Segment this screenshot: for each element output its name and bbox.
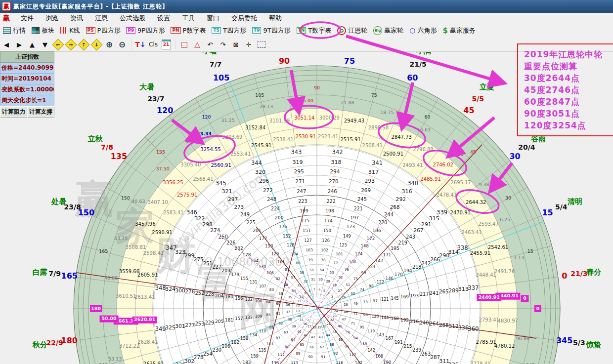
peak-down-icon[interactable]: ▼ xyxy=(39,39,51,50)
svg-text:3203.69: 3203.69 xyxy=(222,134,242,140)
gann-wheel-label: 江恩轮 xyxy=(348,26,367,35)
svg-text:15: 15 xyxy=(542,208,553,217)
kline-button[interactable]: K线 xyxy=(57,25,83,37)
svg-text:3457.96: 3457.96 xyxy=(135,221,155,227)
9t-square-label: 9T四方形 xyxy=(263,26,290,35)
marquee-icon[interactable] xyxy=(256,39,267,50)
svg-text:23: 23 xyxy=(333,314,337,318)
t-square-button[interactable]: TST四方形 xyxy=(209,25,249,37)
svg-text:142: 142 xyxy=(368,348,375,353)
cls-button[interactable]: Cls xyxy=(147,39,159,50)
svg-text:39: 39 xyxy=(292,324,296,328)
calc-resistance-button[interactable]: 计算阻力 xyxy=(0,106,27,118)
calendar-icon[interactable]: 21 xyxy=(160,39,172,50)
svg-text:93: 93 xyxy=(345,345,350,349)
pan-right-icon[interactable]: → xyxy=(65,39,77,50)
gann-wheel-button[interactable]: 江恩轮 xyxy=(334,25,370,37)
menu-item[interactable]: 浏览 xyxy=(40,14,64,23)
menu-item[interactable]: 帮助 xyxy=(263,14,288,23)
svg-text:90: 90 xyxy=(314,85,320,90)
svg-text:135: 135 xyxy=(111,152,127,161)
square-tool-icon[interactable]: □ xyxy=(178,39,190,50)
svg-text:169: 169 xyxy=(400,294,409,299)
svg-text:225: 225 xyxy=(247,220,256,225)
menu-item[interactable]: 资讯 xyxy=(64,14,89,23)
svg-text:2785.91: 2785.91 xyxy=(476,339,496,345)
menu-item[interactable]: 窗口 xyxy=(201,14,225,23)
svg-text:147: 147 xyxy=(375,258,383,263)
svg-text:100: 100 xyxy=(349,260,356,264)
svg-text:2575.91: 2575.91 xyxy=(177,192,197,198)
pan-up-icon[interactable]: ↑ xyxy=(78,39,89,50)
menu-item[interactable]: 设置 xyxy=(151,14,176,23)
svg-text:15.63: 15.63 xyxy=(417,127,431,132)
t-number-table-button[interactable]: TNT数字表 xyxy=(294,25,335,37)
rotate-ccw-icon[interactable]: ↶ xyxy=(204,39,216,50)
9p-square-button[interactable]: P99P四方形 xyxy=(123,25,168,37)
calc-support-button[interactable]: 计算支撑 xyxy=(27,106,54,118)
center-cross-icon[interactable]: ✛ xyxy=(243,39,255,50)
svg-text:2500.91: 2500.91 xyxy=(383,151,403,157)
svg-text:277: 277 xyxy=(185,322,195,328)
price-axis-icon[interactable]: T↓ xyxy=(134,39,146,50)
svg-text:2613.41: 2613.41 xyxy=(134,294,155,300)
svg-text:3356.25: 3356.25 xyxy=(163,180,183,185)
annotation-box: 2019年江恩轮中轮重要点位测算30度2644点45度2746点60度2847点… xyxy=(517,43,613,136)
triangle-tool-icon[interactable]: △ xyxy=(191,39,203,50)
toolbar-main: 行情板块K线PSP四方形P99P四方形PNP数字表TST四方形T99T四方形TN… xyxy=(0,23,613,38)
menu-item[interactable]: 江恩 xyxy=(89,14,114,23)
p-square-label: P四方形 xyxy=(97,26,121,35)
delete-box-icon[interactable]: ⊠ xyxy=(230,39,242,50)
svg-text:47: 47 xyxy=(342,318,346,322)
pan-down-icon[interactable]: ↓ xyxy=(90,39,102,50)
svg-text:154: 154 xyxy=(251,258,259,263)
svg-text:98: 98 xyxy=(369,284,374,288)
svg-text:204: 204 xyxy=(215,293,224,298)
winner-service-button[interactable]: $赢家服务 xyxy=(439,25,478,37)
svg-text:2593.47: 2593.47 xyxy=(478,221,498,227)
svg-text:301: 301 xyxy=(175,323,185,329)
instrument-title: 上证指数 xyxy=(0,51,54,63)
menu-item[interactable]: 公式选股 xyxy=(114,14,151,23)
svg-text:326: 326 xyxy=(175,362,185,364)
svg-text:92: 92 xyxy=(333,351,338,356)
annotation-line: 45度2746点 xyxy=(524,84,613,96)
sectors-button[interactable]: 板块 xyxy=(29,25,57,37)
svg-text:52: 52 xyxy=(339,276,343,280)
svg-text:267: 267 xyxy=(414,227,424,233)
back-icon[interactable]: ◀ xyxy=(0,39,12,50)
rotate-cw-icon[interactable]: ↷ xyxy=(217,39,229,50)
9t-square-button[interactable]: T99T四方形 xyxy=(249,25,294,37)
peak-up-icon[interactable]: ▲ xyxy=(26,39,38,50)
winner-service-label: 赢家服务 xyxy=(450,26,476,35)
svg-text:239: 239 xyxy=(412,347,421,353)
zoom-out-icon[interactable]: ⊖ xyxy=(116,39,128,50)
svg-text:51: 51 xyxy=(346,283,350,287)
9t-square-icon: T9 xyxy=(252,27,261,34)
svg-text:88: 88 xyxy=(285,345,290,349)
p-number-table-button[interactable]: PNP数字表 xyxy=(168,25,209,37)
svg-text:41: 41 xyxy=(304,333,307,337)
p-square-button[interactable]: PSP四方形 xyxy=(83,25,124,37)
menu-item[interactable]: 交易委托 xyxy=(225,14,263,23)
svg-text:96.88: 96.88 xyxy=(516,336,529,341)
svg-text:30: 30 xyxy=(509,152,520,161)
menu-item[interactable]: 工具 xyxy=(176,14,201,23)
svg-text:9: 9 xyxy=(304,291,306,295)
winner-wheel-button[interactable]: Big赢家轮 xyxy=(370,25,406,37)
svg-text:29: 29 xyxy=(326,280,330,283)
svg-text:75: 75 xyxy=(344,56,355,66)
zoom-in-icon[interactable]: ⊕ xyxy=(103,39,115,50)
svg-text:53.13: 53.13 xyxy=(108,356,122,362)
forward-icon[interactable]: ▶ xyxy=(13,39,25,50)
menu-item[interactable]: 文件 xyxy=(15,14,40,23)
svg-text:200: 200 xyxy=(275,215,284,220)
svg-text:104: 104 xyxy=(291,252,298,256)
svg-text:183: 183 xyxy=(243,360,251,364)
svg-text:70: 70 xyxy=(346,330,350,334)
hexagon-button[interactable]: ⬡六角形 xyxy=(406,25,439,37)
svg-text:白露: 白露 xyxy=(33,268,47,277)
sectors-icon xyxy=(32,27,40,34)
pan-left-icon[interactable]: ← xyxy=(52,39,64,50)
quotes-button[interactable]: 行情 xyxy=(0,25,29,37)
